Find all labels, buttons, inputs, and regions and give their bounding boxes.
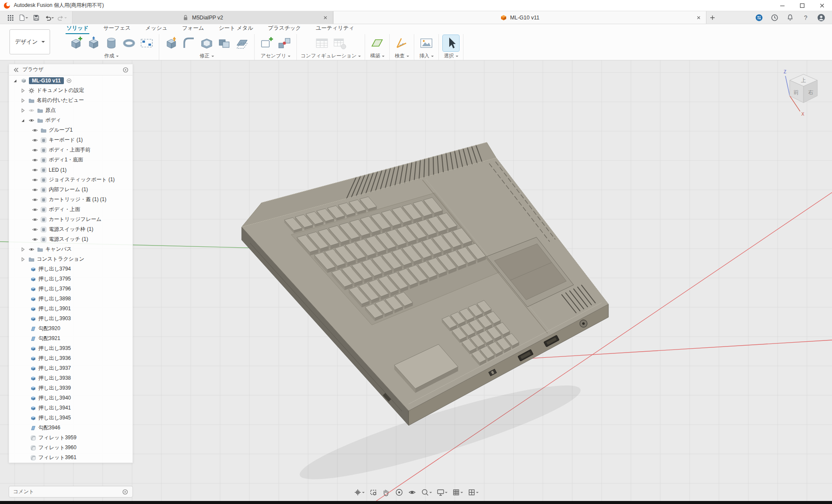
tool-new-body-button[interactable] — [68, 35, 84, 51]
group-dropdown-5[interactable]: 検査 — [395, 53, 409, 59]
group-dropdown-3[interactable]: コンフィギュレーション — [301, 53, 361, 59]
feature-item-13[interactable]: 押し出し3940 — [9, 393, 132, 403]
zoom-window-button[interactable] — [368, 487, 378, 498]
feature-item-11[interactable]: 押し出し3938 — [9, 373, 132, 383]
browser-options-icon[interactable] — [122, 66, 129, 73]
visibility-toggle-icon[interactable] — [32, 206, 38, 213]
browser-item-18[interactable]: コンストラクション — [9, 254, 132, 264]
tool-offset-face-button[interactable] — [234, 35, 250, 51]
feature-item-16[interactable]: 勾配3946 — [9, 423, 132, 433]
browser-item-3[interactable]: 原点 — [9, 105, 132, 115]
browser-item-17[interactable]: キャンバス — [9, 244, 132, 254]
grid-settings-button[interactable] — [451, 487, 464, 498]
browser-item-1[interactable]: ドキュメントの設定 — [9, 85, 132, 95]
visibility-toggle-icon[interactable] — [32, 236, 38, 243]
tool-select-button[interactable] — [443, 35, 459, 51]
feature-item-5[interactable]: 押し出し3903 — [9, 314, 132, 324]
expander-icon[interactable] — [19, 256, 26, 263]
zoom-button[interactable] — [420, 487, 433, 498]
feature-item-9[interactable]: 押し出し3936 — [9, 353, 132, 363]
group-dropdown-7[interactable]: 選択 — [444, 53, 458, 59]
tool-joint-button[interactable] — [276, 35, 293, 51]
browser-item-10[interactable]: ジョイスティックポート (1) — [9, 175, 132, 185]
comment-options-icon[interactable] — [122, 488, 129, 495]
notifications-icon[interactable] — [786, 14, 794, 22]
viewcube[interactable]: 上 前 右 Z X — [778, 66, 825, 117]
browser-item-11[interactable]: 内部フレーム (1) — [9, 185, 132, 195]
browser-item-6[interactable]: キーボード (1) — [9, 135, 132, 145]
browser-item-8[interactable]: ボディ1・底面 — [9, 155, 132, 165]
visibility-toggle-icon[interactable] — [32, 137, 38, 144]
visibility-toggle-icon[interactable] — [32, 226, 38, 233]
browser-item-16[interactable]: 電源スイッチ (1) — [9, 234, 132, 244]
group-dropdown-0[interactable]: 作成 — [104, 53, 119, 59]
visibility-toggle-icon[interactable] — [32, 147, 38, 154]
feature-item-6[interactable]: 勾配3920 — [9, 324, 132, 334]
tool-plane-button[interactable] — [369, 35, 385, 51]
canvas-area[interactable]: 上 前 右 Z X ブラウザ ML-G10 v11ドキュメントの設定名前の付いた… — [0, 60, 832, 501]
tool-pattern-button[interactable] — [139, 35, 155, 51]
expander-icon[interactable] — [19, 117, 26, 124]
fit-view-button[interactable] — [353, 487, 366, 498]
tool-cylinder-button[interactable] — [103, 35, 120, 51]
visibility-toggle-icon[interactable] — [32, 196, 38, 203]
help-icon[interactable]: ? — [802, 14, 810, 22]
pan-button[interactable] — [381, 487, 391, 498]
browser-item-9[interactable]: LED (1) — [9, 165, 132, 175]
viewcube-right-label[interactable]: 右 — [808, 89, 813, 95]
ribbon-tab-5[interactable]: プラスチック — [267, 24, 302, 34]
browser-item-4[interactable]: ボディ — [9, 115, 132, 125]
group-dropdown-4[interactable]: 構築 — [370, 53, 384, 59]
tool-shell-button[interactable] — [199, 35, 215, 51]
tool-insert-image-button[interactable] — [418, 35, 435, 51]
display-settings-button[interactable] — [435, 487, 448, 498]
visibility-toggle-icon[interactable] — [32, 167, 38, 173]
feature-item-17[interactable]: フィレット3959 — [9, 433, 132, 443]
feature-item-4[interactable]: 押し出し3901 — [9, 304, 132, 314]
feature-item-0[interactable]: 押し出し3794 — [9, 264, 132, 274]
tool-measure-button[interactable] — [394, 35, 410, 51]
look-at-button[interactable] — [407, 487, 417, 498]
group-dropdown-1[interactable]: 修正 — [200, 53, 214, 59]
ribbon-tab-4[interactable]: シート メタル — [218, 24, 254, 34]
browser-item-2[interactable]: 名前の付いたビュー — [9, 95, 132, 105]
close-button[interactable] — [812, 0, 832, 11]
feature-item-19[interactable]: フィレット3961 — [9, 453, 132, 463]
tab-m5dialpp[interactable]: M5DialPP v2 — [72, 11, 333, 24]
tab-close-icon[interactable] — [695, 14, 702, 21]
browser-item-0[interactable]: ML-G10 v11 — [9, 76, 132, 85]
tool-press-pull-button[interactable] — [163, 35, 180, 51]
workspace-selector[interactable]: デザイン — [9, 29, 50, 54]
account-avatar[interactable] — [817, 14, 825, 22]
feature-item-15[interactable]: 押し出し3945 — [9, 413, 132, 423]
visibility-toggle-icon[interactable] — [32, 216, 38, 223]
activate-component-icon[interactable] — [66, 77, 72, 84]
expander-icon[interactable] — [19, 107, 26, 114]
expander-icon[interactable] — [19, 246, 26, 253]
tool-torus-button[interactable] — [121, 35, 137, 51]
undo-button[interactable] — [43, 12, 55, 23]
ribbon-tab-1[interactable]: サーフェス — [102, 24, 132, 34]
expander-icon[interactable] — [19, 97, 26, 104]
browser-item-12[interactable]: カートリッジ・蓋 (1) (1) — [9, 195, 132, 205]
tab-close-icon[interactable] — [322, 14, 329, 21]
ribbon-tab-3[interactable]: フォーム — [181, 24, 205, 34]
visibility-toggle-icon[interactable] — [32, 127, 38, 134]
browser-item-13[interactable]: ボディ・上面 — [9, 205, 132, 214]
orbit-button[interactable] — [394, 487, 404, 498]
tool-extrude-button[interactable] — [85, 35, 102, 51]
group-dropdown-2[interactable]: アセンブリ — [261, 53, 290, 59]
viewcube-top-label[interactable]: 上 — [801, 77, 806, 83]
feature-item-18[interactable]: フィレット3960 — [9, 443, 132, 453]
app-grid-button[interactable] — [4, 12, 16, 23]
ribbon-tab-6[interactable]: ユーティリティ — [315, 24, 355, 34]
extensions-icon[interactable] — [755, 14, 763, 22]
feature-item-10[interactable]: 押し出し3937 — [9, 363, 132, 373]
visibility-toggle-icon[interactable] — [28, 117, 35, 124]
new-tab-button[interactable] — [706, 12, 718, 23]
feature-item-8[interactable]: 押し出し3935 — [9, 343, 132, 353]
visibility-toggle-icon[interactable] — [32, 186, 38, 193]
ribbon-tab-2[interactable]: メッシュ — [145, 24, 168, 34]
maximize-button[interactable] — [792, 0, 812, 11]
save-button[interactable] — [30, 12, 42, 23]
